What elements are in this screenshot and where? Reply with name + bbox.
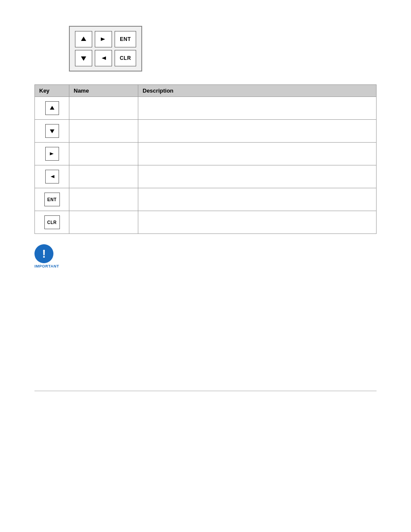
table-ent-icon: ENT [44,193,60,206]
table-up-icon [45,101,59,115]
table-cell-key-ent: ENT [35,188,69,211]
table-left-icon [45,170,59,184]
table-cell-name-down [69,120,138,143]
key-reference-table: Key Name Description [34,84,377,234]
table-header-description: Description [138,85,377,97]
svg-marker-0 [81,37,86,41]
table-cell-desc-up [138,97,377,120]
table-cell-key-up [35,97,69,120]
svg-marker-2 [81,56,86,61]
keypad-illustration: ENT CLR [69,26,377,72]
svg-marker-6 [50,152,53,156]
table-cell-key-left [35,165,69,188]
important-section: ! IMPORTANT [34,244,377,270]
table-cell-desc-left [138,165,377,188]
table-row [35,143,377,165]
table-clr-icon: CLR [44,215,60,229]
important-symbol: ! [42,247,46,261]
table-cell-key-clr: CLR [35,211,69,234]
keypad-left-button[interactable] [95,50,112,66]
table-cell-desc-right [138,143,377,165]
keypad-clr-button[interactable]: CLR [115,50,136,66]
table-cell-key-right [35,143,69,165]
svg-marker-4 [50,106,54,110]
table-cell-desc-clr [138,211,377,234]
svg-marker-3 [102,56,106,60]
table-row [35,120,377,143]
table-row: ENT [35,188,377,211]
svg-marker-7 [50,175,54,178]
table-row: CLR [35,211,377,234]
keypad-up-button[interactable] [75,31,92,47]
table-cell-name-ent [69,188,138,211]
important-icon: ! IMPORTANT [34,244,57,270]
table-cell-name-left [69,165,138,188]
table-cell-name-clr [69,211,138,234]
table-cell-name-right [69,143,138,165]
table-row [35,97,377,120]
table-cell-key-down [35,120,69,143]
table-header-name: Name [69,85,138,97]
keypad-grid: ENT CLR [75,31,136,66]
keypad-ent-button[interactable]: ENT [115,31,136,47]
important-label: IMPORTANT [34,264,57,268]
keypad-right-button[interactable] [95,31,112,47]
svg-marker-5 [50,130,54,134]
important-circle: ! [34,244,53,263]
table-down-icon [45,124,59,138]
table-header-key: Key [35,85,69,97]
table-right-icon [45,147,59,161]
table-cell-desc-down [138,120,377,143]
svg-marker-1 [101,37,105,41]
table-cell-name-up [69,97,138,120]
table-row [35,165,377,188]
table-cell-desc-ent [138,188,377,211]
keypad-box: ENT CLR [69,26,142,72]
keypad-down-button[interactable] [75,50,92,66]
